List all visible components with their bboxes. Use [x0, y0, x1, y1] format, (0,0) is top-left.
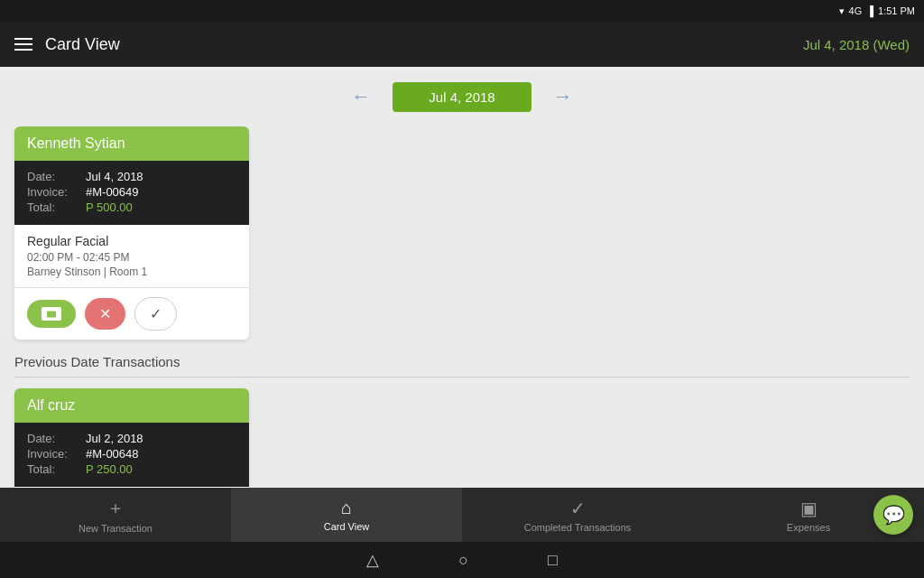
current-transaction-card: Kenneth Sytian Date: Jul 4, 2018 Invoice…	[14, 126, 249, 340]
card-actions: ✕ ✓	[14, 288, 249, 340]
prev-date-button[interactable]: ←	[344, 81, 378, 112]
prev-date-label: Date:	[27, 432, 77, 445]
recents-button[interactable]: □	[544, 547, 561, 573]
service-name: Regular Facial	[27, 234, 236, 248]
nav-new-transaction-label: New Transaction	[79, 523, 152, 534]
card-date-row: Date: Jul 4, 2018	[27, 170, 236, 183]
date-navigator: ← Jul 4, 2018 →	[14, 81, 910, 112]
plus-icon: ＋	[106, 496, 125, 520]
nav-completed-transactions[interactable]: ✓ Completed Transactions	[462, 488, 693, 542]
status-bar: ▾ 4G ▐ 1:51 PM	[0, 0, 924, 22]
prev-card-customer-name: Alf cruz	[14, 388, 249, 423]
prev-total-value: P 250.00	[86, 462, 133, 476]
nav-expenses-label: Expenses	[787, 522, 830, 533]
prev-card-date-row: Date: Jul 2, 2018	[27, 432, 236, 445]
service-staff: Barney Stinson | Room 1	[27, 266, 236, 278]
status-icons: ▾ 4G ▐ 1:51 PM	[839, 5, 915, 17]
app-header: Card View Jul 4, 2018 (Wed)	[0, 22, 924, 67]
current-date-label: Jul 4, 2018	[393, 82, 531, 112]
service-time: 02:00 PM - 02:45 PM	[27, 251, 236, 264]
invoice-value: #M-00649	[86, 185, 139, 199]
back-button[interactable]: △	[363, 546, 383, 573]
previous-section-label: Previous Date Transactions	[14, 354, 910, 378]
card-info-section: Date: Jul 4, 2018 Invoice: #M-00649 Tota…	[14, 161, 249, 225]
nav-completed-label: Completed Transactions	[524, 522, 632, 533]
card-invoice-row: Invoice: #M-00649	[27, 185, 236, 199]
prev-invoice-value: #M-00648	[86, 447, 139, 461]
prev-card-info-section: Date: Jul 2, 2018 Invoice: #M-00648 Tota…	[14, 423, 249, 487]
invoice-label: Invoice:	[27, 185, 77, 199]
home-icon: ⌂	[341, 498, 352, 518]
prev-card-total-row: Total: P 250.00	[27, 462, 236, 476]
payment-button[interactable]	[27, 300, 76, 328]
total-label: Total:	[27, 200, 77, 214]
time-label: 1:51 PM	[878, 5, 915, 16]
payment-icon	[42, 307, 61, 321]
wallet-icon: ▣	[800, 498, 818, 519]
date-label: Date:	[27, 170, 77, 183]
prev-card-invoice-row: Invoice: #M-00648	[27, 447, 236, 461]
network-label: 4G	[849, 5, 863, 16]
card-total-row: Total: P 500.00	[27, 200, 236, 214]
prev-date-value: Jul 2, 2018	[86, 432, 143, 445]
signal-icon: ▐	[866, 5, 873, 16]
nav-new-transaction[interactable]: ＋ New Transaction	[0, 488, 231, 542]
prev-invoice-label: Invoice:	[27, 447, 77, 461]
previous-transaction-card: Alf cruz Date: Jul 2, 2018 Invoice: #M-0…	[14, 388, 249, 488]
system-navigation: △ ○ □	[0, 542, 924, 578]
chat-icon: 💬	[882, 504, 905, 526]
page-title: Card View	[45, 35, 120, 54]
nav-card-view-label: Card View	[324, 521, 370, 532]
cancel-button[interactable]: ✕	[85, 298, 125, 330]
bottom-navigation: ＋ New Transaction ⌂ Card View ✓ Complete…	[0, 488, 924, 542]
home-button[interactable]: ○	[455, 547, 472, 573]
check-icon: ✓	[570, 498, 586, 519]
check-button[interactable]: ✓	[134, 297, 177, 331]
wifi-icon: ▾	[839, 5, 845, 17]
chat-fab-button[interactable]: 💬	[873, 495, 913, 535]
prev-total-label: Total:	[27, 462, 77, 476]
header-date: Jul 4, 2018 (Wed)	[803, 37, 910, 52]
hamburger-icon[interactable]	[14, 38, 32, 51]
card-service-section: Regular Facial 02:00 PM - 02:45 PM Barne…	[14, 225, 249, 288]
date-value: Jul 4, 2018	[86, 170, 143, 183]
total-value: P 500.00	[86, 200, 133, 214]
header-left: Card View	[14, 35, 120, 54]
next-date-button[interactable]: →	[546, 81, 580, 112]
nav-card-view[interactable]: ⌂ Card View	[231, 488, 462, 542]
main-content: ← Jul 4, 2018 → Kenneth Sytian Date: Jul…	[0, 67, 924, 488]
card-customer-name: Kenneth Sytian	[14, 126, 249, 161]
